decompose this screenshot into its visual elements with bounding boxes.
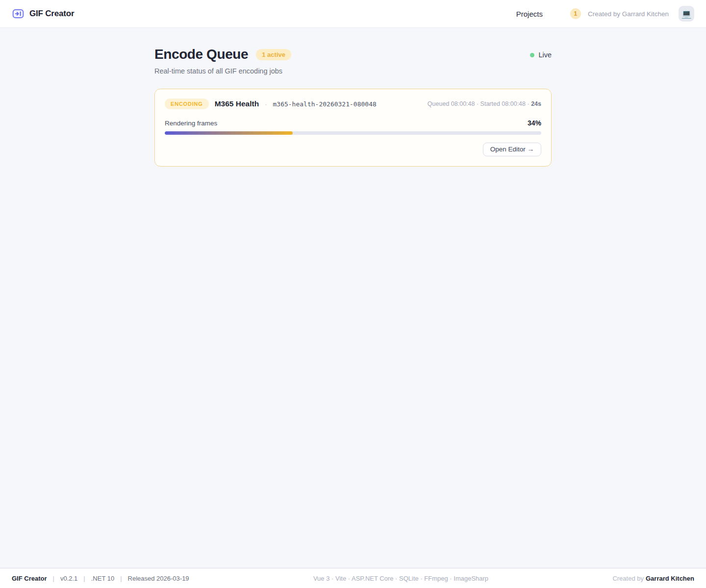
- projects-count-badge: 1: [570, 8, 581, 19]
- open-editor-button[interactable]: Open Editor →: [483, 143, 541, 156]
- footer-created-by-prefix: Created by: [612, 575, 644, 582]
- footer-created-by-name: Garrard Kitchen: [646, 575, 694, 582]
- nav-projects-link[interactable]: Projects: [516, 10, 543, 18]
- brand: GIF Creator: [12, 7, 74, 20]
- footer-app-name: GIF Creator: [12, 575, 47, 582]
- header-created-by-text: Created by Garrard Kitchen: [588, 10, 669, 18]
- page-title: Encode Queue: [154, 47, 248, 62]
- job-meta-times: Queued 08:00:48 · Started 08:00:48 ·: [428, 100, 530, 107]
- live-status: Live: [530, 51, 552, 59]
- job-name: M365 Health: [215, 99, 259, 108]
- active-count-badge: 1 active: [256, 49, 291, 60]
- footer-runtime: .NET 10: [91, 575, 114, 582]
- live-dot-icon: [530, 53, 534, 57]
- separator-pipe: |: [83, 575, 85, 582]
- job-stage-label: Rendering frames: [165, 120, 217, 127]
- main-content: Encode Queue 1 active Live Real-time sta…: [0, 28, 706, 568]
- footer-tech-stack: Vue 3 · Vite · ASP.NET Core · SQLite · F…: [313, 575, 488, 582]
- app-header: GIF Creator Projects 1 Created by Garrar…: [0, 0, 706, 28]
- separator-pipe: |: [53, 575, 54, 582]
- progress-bar-track: [165, 131, 541, 135]
- footer-version: v0.2.1: [60, 575, 77, 582]
- job-id: m365-health-20260321-080048: [273, 100, 376, 108]
- app-footer: GIF Creator | v0.2.1 | .NET 10 | Release…: [0, 568, 706, 588]
- page-subtitle: Real-time status of all GIF encoding job…: [154, 67, 552, 75]
- app-title: GIF Creator: [29, 9, 74, 19]
- job-meta: Queued 08:00:48 · Started 08:00:48 · 24s: [428, 100, 541, 107]
- separator-pipe: |: [120, 575, 122, 582]
- separator-dot: ·: [265, 100, 267, 108]
- progress-percent: 34%: [528, 119, 541, 127]
- avatar[interactable]: 💻: [679, 6, 694, 22]
- footer-release-date: Released 2026-03-19: [128, 575, 189, 582]
- status-badge: ENCODING: [165, 98, 209, 109]
- job-elapsed: 24s: [531, 100, 541, 107]
- footer-created-by: Created byGarrard Kitchen: [612, 575, 694, 582]
- live-label: Live: [538, 51, 552, 59]
- progress-bar-fill: [165, 131, 293, 135]
- skip-to-end-logo-icon: [12, 7, 25, 20]
- encode-job-card: ENCODING M365 Health · m365-health-20260…: [154, 89, 552, 167]
